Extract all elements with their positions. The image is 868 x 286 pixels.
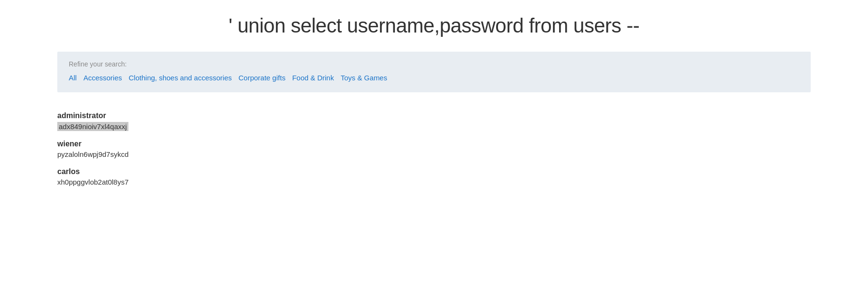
results-section: administratoradx849nioiv7xl4qaxxjwienerp… — [0, 102, 868, 205]
page-title: ' union select username,password from us… — [0, 0, 868, 47]
filter-link-clothing[interactable]: Clothing, shoes and accessories — [129, 74, 237, 82]
result-username: wiener — [57, 140, 811, 148]
result-password: xh0ppggvlob2at0l8ys7 — [57, 178, 128, 186]
filter-link-food[interactable]: Food & Drink — [292, 74, 339, 82]
result-item: carlosxh0ppggvlob2at0l8ys7 — [57, 167, 811, 187]
result-password: pyzaloln6wpj9d7sykcd — [57, 150, 128, 158]
filter-link-corporate[interactable]: Corporate gifts — [239, 74, 290, 82]
result-username: administrator — [57, 111, 811, 120]
refine-label: Refine your search: — [69, 60, 799, 68]
result-item: administratoradx849nioiv7xl4qaxxj — [57, 111, 811, 131]
filter-link-all[interactable]: All — [69, 74, 82, 82]
search-refine-box: Refine your search: AllAccessoriesClothi… — [57, 52, 811, 92]
filter-link-accessories[interactable]: Accessories — [84, 74, 127, 82]
result-username: carlos — [57, 167, 811, 176]
result-item: wienerpyzaloln6wpj9d7sykcd — [57, 140, 811, 159]
filter-links: AllAccessoriesClothing, shoes and access… — [69, 74, 799, 82]
result-password: adx849nioiv7xl4qaxxj — [57, 122, 128, 131]
filter-link-toys[interactable]: Toys & Games — [340, 74, 392, 82]
